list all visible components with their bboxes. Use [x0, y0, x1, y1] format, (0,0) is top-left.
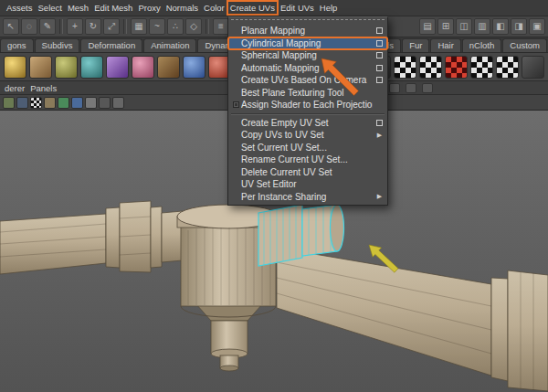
- view-toolbar-icon[interactable]: [44, 97, 56, 109]
- menu-tearoff-handle[interactable]: [231, 19, 385, 24]
- menu-item-uv-set-editor[interactable]: UV Set Editor: [228, 178, 387, 191]
- menu-separator: [231, 113, 385, 115]
- maya-window: { "menubar": { "items": [ {"label": "Ass…: [0, 0, 548, 392]
- view-toolbar-icon[interactable]: [30, 97, 42, 109]
- lasso-tool-icon[interactable]: ◌: [21, 18, 37, 35]
- toolbar-separator: [59, 19, 63, 34]
- snap-curve-icon[interactable]: ~: [149, 18, 165, 35]
- select-tool-icon[interactable]: ↖: [3, 18, 19, 35]
- shelf-tab-ncloth[interactable]: nCloth: [462, 38, 501, 52]
- shelf-icon-checker-texture[interactable]: [470, 56, 493, 79]
- create-uvs-dropdown: Planar Mapping Cylindrical Mapping Spher…: [227, 16, 388, 206]
- move-tool-icon[interactable]: +: [67, 18, 83, 35]
- snap-point-icon[interactable]: ∴: [167, 18, 184, 35]
- shelf-icon-red-checker-texture[interactable]: [445, 56, 468, 79]
- outliner-layout-icon[interactable]: ◨: [511, 18, 527, 35]
- shelf-icon-pipe[interactable]: [183, 56, 206, 79]
- shelf-tab-fur[interactable]: Fur: [402, 38, 429, 52]
- option-box-icon[interactable]: [376, 77, 383, 83]
- menubar-item-proxy[interactable]: Proxy: [135, 1, 163, 15]
- menu-item-cylindrical-mapping[interactable]: Cylindrical Mapping: [228, 37, 387, 50]
- menubar-item-assets[interactable]: Assets: [4, 1, 36, 15]
- menubar-item-color[interactable]: Color: [201, 1, 227, 15]
- shelf-icon-cylinder[interactable]: [55, 56, 78, 79]
- panel-toolbar-icon[interactable]: [389, 83, 400, 93]
- view-toolbar-icon[interactable]: [112, 97, 124, 109]
- shelf-tab-deformation[interactable]: Deformation: [80, 38, 142, 52]
- view-toolbar-icon[interactable]: [16, 97, 28, 109]
- menubar-item-help[interactable]: Help: [317, 1, 341, 15]
- shelf-tab-animation[interactable]: Animation: [143, 38, 196, 52]
- menu-item-set-current-uv-set[interactable]: Set Current UV Set...: [228, 142, 387, 154]
- shelf-icon-plane[interactable]: [157, 56, 180, 79]
- menu-item-planar-mapping[interactable]: Planar Mapping: [228, 25, 387, 37]
- shelf-icon-sphere[interactable]: [4, 56, 26, 79]
- menu-item-copy-uvs-to-uv-set[interactable]: Copy UVs to UV Set ▶: [228, 129, 387, 142]
- menu-item-delete-current-uv-set[interactable]: Delete Current UV Set: [228, 166, 387, 179]
- submenu-arrow-icon: ▶: [376, 132, 383, 139]
- menu-item-create-uvs-based-on-camera[interactable]: Create UVs Based On Camera: [228, 74, 387, 87]
- shelf-icon-cube[interactable]: [29, 56, 52, 79]
- checkbox-icon[interactable]: [233, 101, 239, 108]
- menubar-item-select[interactable]: Select: [36, 1, 65, 15]
- graph-editor-layout-icon[interactable]: ◧: [492, 18, 509, 35]
- toolbar-separator: [123, 19, 127, 34]
- shelf-icon-cone[interactable]: [80, 56, 103, 79]
- shelf-icon-torus[interactable]: [132, 56, 154, 79]
- menu-item-assign-shader-to-each-projection[interactable]: Assign Shader to Each Projection: [228, 99, 387, 111]
- view-toolbar-icon[interactable]: [71, 97, 83, 109]
- scale-tool-icon[interactable]: ⤢: [103, 18, 120, 35]
- menu-item-best-plane-texturing-tool[interactable]: Best Plane Texturing Tool: [228, 87, 387, 100]
- submenu-arrow-icon: ▶: [376, 193, 383, 200]
- shelf-icon-subdiv-cube[interactable]: [106, 56, 129, 79]
- shelf-icon-material[interactable]: [522, 56, 544, 79]
- snap-grid-icon[interactable]: ▦: [131, 18, 147, 35]
- shelf-tab-custom[interactable]: Custom: [502, 38, 547, 52]
- four-pane-layout-icon[interactable]: ⊞: [437, 18, 454, 35]
- menu-item-spherical-mapping[interactable]: Spherical Mapping: [228, 49, 387, 62]
- shelf-tab-polygons-partial[interactable]: gons: [0, 38, 34, 52]
- menubar-item-edit-uvs[interactable]: Edit UVs: [278, 1, 317, 15]
- menubar-item-normals[interactable]: Normals: [163, 1, 201, 15]
- persp-outliner-layout-icon[interactable]: ◫: [456, 18, 472, 35]
- shelf-icon-checker-texture[interactable]: [419, 56, 442, 79]
- view-toolbar-icon[interactable]: [99, 97, 111, 109]
- panel-toolbar-icon[interactable]: [422, 83, 433, 93]
- menubar-item-mesh[interactable]: Mesh: [65, 1, 91, 15]
- option-box-icon[interactable]: [376, 120, 383, 126]
- panel-toolbar-icon[interactable]: [406, 83, 416, 93]
- menubar-item-edit-mesh[interactable]: Edit Mesh: [91, 1, 135, 15]
- single-pane-layout-icon[interactable]: ▤: [419, 18, 436, 35]
- toolbar-separator: [206, 19, 209, 34]
- right-pipe: [277, 248, 548, 391]
- panel-menu-panels[interactable]: Panels: [30, 83, 57, 93]
- menu-item-rename-current-uv-set[interactable]: Rename Current UV Set...: [228, 154, 387, 166]
- shelf-icon-checker-texture[interactable]: [496, 56, 519, 79]
- panel-menu-renderer-partial[interactable]: derer: [5, 83, 25, 93]
- shelf-tab-subdivs[interactable]: Subdivs: [35, 38, 80, 52]
- option-box-icon[interactable]: [376, 40, 383, 47]
- menu-item-create-empty-uv-set[interactable]: Create Empty UV Set: [228, 117, 387, 130]
- view-toolbar-icon[interactable]: [85, 97, 97, 109]
- option-box-icon[interactable]: [376, 27, 383, 34]
- main-menubar: Assets Select Mesh Edit Mesh Proxy Norma…: [0, 0, 548, 16]
- menubar-item-create-uvs[interactable]: Create UVs: [227, 1, 278, 15]
- view-toolbar-icon[interactable]: [58, 97, 69, 109]
- snap-view-plane-icon[interactable]: ◇: [185, 18, 202, 35]
- rotate-tool-icon[interactable]: ↻: [85, 18, 101, 35]
- option-box-icon[interactable]: [376, 52, 383, 58]
- menu-item-per-instance-sharing[interactable]: Per Instance Sharing ▶: [228, 191, 387, 204]
- shelf-tab-hair[interactable]: Hair: [430, 38, 460, 52]
- option-box-icon[interactable]: [376, 65, 383, 71]
- view-toolbar-icon[interactable]: [3, 97, 15, 109]
- script-editor-icon[interactable]: ▣: [529, 18, 545, 35]
- paint-select-tool-icon[interactable]: ✎: [39, 18, 56, 35]
- menu-item-automatic-mapping[interactable]: Automatic Mapping: [228, 62, 387, 75]
- shelf-icon-checker-texture[interactable]: [394, 56, 416, 79]
- hypershade-layout-icon[interactable]: ▥: [474, 18, 490, 35]
